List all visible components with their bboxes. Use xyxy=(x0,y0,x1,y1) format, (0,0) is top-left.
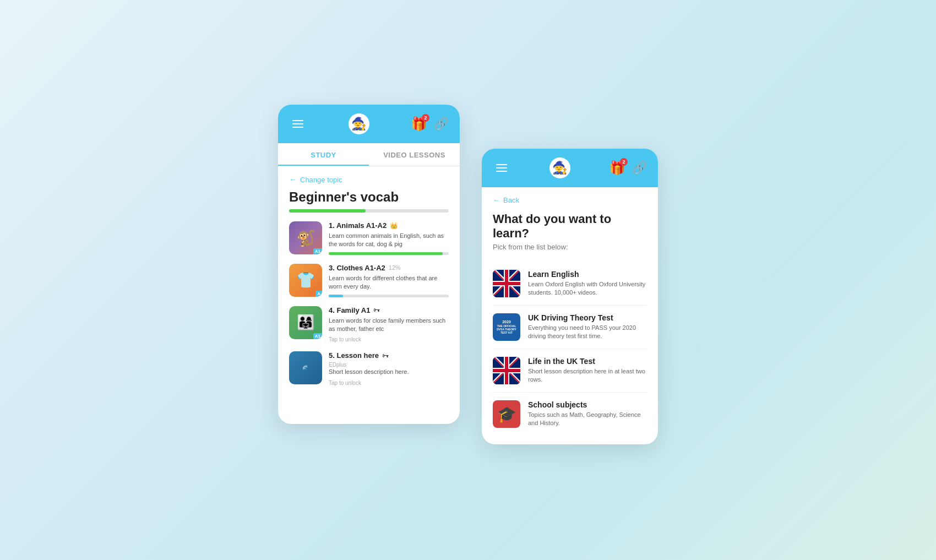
lesson-thumb-clothes: 👕 A xyxy=(289,264,322,297)
badge-count: 2 xyxy=(422,114,429,122)
topic-thumb-driving: 2020 THE OFFICIALDVSA THEORYTEST KIT xyxy=(493,313,520,341)
right-avatar[interactable]: 🧙 xyxy=(549,157,570,178)
lesson-sub-edplus: EDplus xyxy=(329,362,449,368)
tab-study[interactable]: STUDY xyxy=(278,143,369,166)
lesson-progress-clothes xyxy=(329,295,449,297)
lesson-item-family[interactable]: 👨‍👩‍👧 A1 4. Family A1 🗝 Learn words for … xyxy=(289,306,449,343)
topic-item-driving[interactable]: 2020 THE OFFICIALDVSA THEORYTEST KIT UK … xyxy=(493,306,647,349)
learn-title: What do you want to learn? xyxy=(493,212,647,241)
lesson-thumb-animals: 🐒 A1 xyxy=(289,221,322,254)
svg-rect-8 xyxy=(493,282,520,285)
level-badge-a: A xyxy=(315,291,322,297)
left-content: ← Change topic Beginner's vocab 🐒 A1 1. … xyxy=(278,166,460,404)
topic-thumb-life-uk xyxy=(493,357,520,384)
lesson-desc-lesson: Short lesson description here. xyxy=(329,368,449,376)
topic-item-learn-english[interactable]: Learn English Learn Oxford English with … xyxy=(493,262,647,306)
topic-name-life-uk: Life in the UK Test xyxy=(528,357,647,366)
right-menu-button[interactable] xyxy=(493,159,510,177)
avatar[interactable]: 🧙 xyxy=(349,113,369,134)
lesson-item-lesson[interactable]: 🌊 5. Lesson here 🗝 EDplus Short lesson d… xyxy=(289,351,449,385)
topic-desc-life-uk: Short lesson description here in at leas… xyxy=(528,367,647,384)
lesson-thumb-lesson: 🌊 xyxy=(289,351,322,384)
svg-rect-17 xyxy=(493,369,520,372)
back-link[interactable]: ← Back xyxy=(493,196,647,204)
crown-icon: 👑 xyxy=(390,222,398,230)
tap-unlock-lesson: Tap to unlock xyxy=(329,380,449,386)
tabs-bar: STUDY VIDEO LESSONS xyxy=(278,143,460,166)
right-content: ← Back What do you want to learn? Pick f… xyxy=(482,187,658,444)
back-left-arrow-icon: ← xyxy=(493,196,500,204)
right-header-icons: 🎁 2 🔗 xyxy=(609,160,647,176)
lesson-desc-family: Learn words for close family members suc… xyxy=(329,317,449,334)
menu-button[interactable] xyxy=(289,115,307,133)
main-progress-fill xyxy=(289,209,366,213)
left-header: 🧙 🎁 2 🔗 xyxy=(278,105,460,143)
topic-item-school[interactable]: 🎓 School subjects Topics such as Math, G… xyxy=(493,393,647,436)
lesson-title-family: 4. Family A1 xyxy=(329,306,370,314)
tap-unlock-family: Tap to unlock xyxy=(329,336,449,342)
right-link-icon[interactable]: 🔗 xyxy=(632,161,647,175)
lesson-progress-animals xyxy=(329,252,449,255)
topic-item-life-uk[interactable]: Life in the UK Test Short lesson descrip… xyxy=(493,349,647,393)
header-right-icons: 🎁 2 🔗 xyxy=(411,116,449,132)
lesson-desc-clothes: Learn words for different clothes that a… xyxy=(329,274,449,291)
topic-desc-school: Topics such as Math, Geography, Science … xyxy=(528,411,647,428)
topic-desc-english: Learn Oxford English with Oxford Univers… xyxy=(528,280,647,297)
level-badge-a1: A1 xyxy=(313,248,322,254)
tab-video-lessons[interactable]: VIDEO LESSONS xyxy=(369,143,460,166)
lesson-percent-clothes: 12% xyxy=(389,264,401,271)
topic-thumb-school: 🎓 xyxy=(493,400,520,428)
right-badge-count: 2 xyxy=(620,158,628,166)
topic-title: Beginner's vocab xyxy=(289,189,449,205)
change-topic-link[interactable]: ← Change topic xyxy=(289,175,449,184)
level-badge-family: A1 xyxy=(313,333,322,339)
lesson-title-animals: 1. Animals A1-A2 xyxy=(329,221,387,230)
link-icon[interactable]: 🔗 xyxy=(434,117,449,131)
lesson-desc-animals: Learn common animals in English, such as… xyxy=(329,232,449,249)
lesson-title-lesson: 5. Lesson here xyxy=(329,351,379,360)
lesson-thumb-family: 👨‍👩‍👧 A1 xyxy=(289,306,322,339)
right-phone: 🧙 🎁 2 🔗 ← Back What do you want to learn… xyxy=(482,149,658,444)
right-header: 🧙 🎁 2 🔗 xyxy=(482,149,658,187)
key-icon-family: 🗝 xyxy=(373,306,380,314)
topic-thumb-uk xyxy=(493,270,520,297)
badge-icon[interactable]: 🎁 2 xyxy=(411,116,427,132)
topic-name-school: School subjects xyxy=(528,400,647,409)
learn-subtitle: Pick from the list below: xyxy=(493,243,647,251)
lesson-item-animals[interactable]: 🐒 A1 1. Animals A1-A2 👑 Learn common ani… xyxy=(289,221,449,255)
lesson-title-clothes: 3. Clothes A1-A2 xyxy=(329,264,385,272)
topic-name-driving: UK Driving Theory Test xyxy=(528,313,647,322)
main-progress-bar xyxy=(289,209,449,213)
back-arrow-icon: ← xyxy=(289,175,297,184)
right-badge-icon[interactable]: 🎁 2 xyxy=(609,160,625,176)
topic-desc-driving: Everything you need to PASS your 2020 dr… xyxy=(528,324,647,341)
topic-name-english: Learn English xyxy=(528,270,647,279)
left-phone: 🧙 🎁 2 🔗 STUDY VIDEO LESSONS ← Change top… xyxy=(278,105,460,424)
lesson-item-clothes[interactable]: 👕 A 3. Clothes A1-A2 12% Learn words for… xyxy=(289,264,449,297)
key-icon-lesson: 🗝 xyxy=(382,352,389,360)
